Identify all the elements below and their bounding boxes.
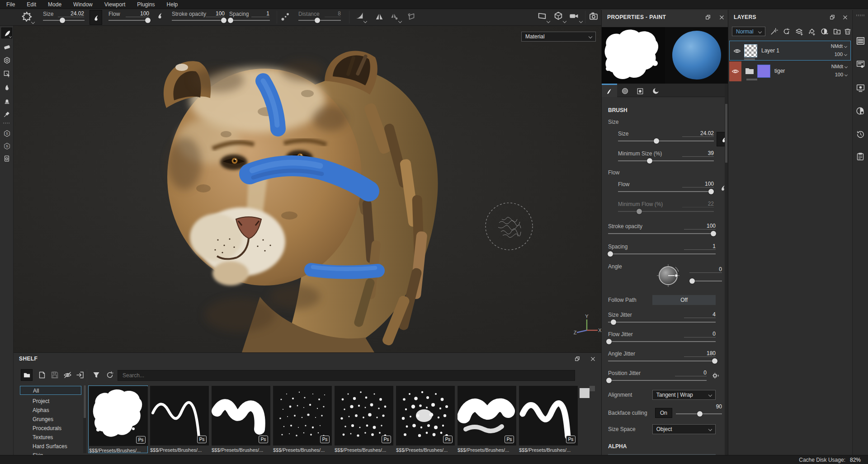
tab-brush[interactable]	[602, 85, 617, 97]
log-button[interactable]	[856, 152, 865, 162]
toolbar-distance-slider[interactable]	[298, 17, 341, 23]
resources-substance-button[interactable]: S	[1, 128, 12, 139]
history-button[interactable]	[856, 130, 865, 139]
brush-tile[interactable]: Ps $$$/Presets/Brushes/...	[150, 385, 209, 453]
spacing-value[interactable]: 1	[684, 243, 716, 250]
polygon-fill-tool-button[interactable]	[1, 68, 12, 79]
angle-dial[interactable]	[655, 262, 681, 290]
brush-preset-button[interactable]	[21, 11, 36, 24]
menu-edit[interactable]: Edit	[27, 1, 36, 8]
position-jitter-slider[interactable]	[608, 377, 707, 384]
layers-close-button[interactable]	[842, 14, 848, 20]
layer-opacity[interactable]: 100	[835, 72, 847, 77]
min-flow-slider[interactable]	[618, 208, 714, 215]
angle-slider[interactable]	[690, 278, 722, 284]
toolbar-flow-slider[interactable]	[108, 17, 150, 23]
alignment-select[interactable]: Tangent | Wrap	[652, 390, 716, 400]
clone-tool-button[interactable]	[1, 95, 12, 106]
layer-channels[interactable]: NMdt	[831, 64, 847, 69]
size-jitter-slider[interactable]	[608, 319, 716, 325]
add-effect-button[interactable]	[770, 27, 778, 36]
smart-material-button[interactable]	[782, 27, 791, 36]
flow-jitter-value[interactable]: 0	[684, 331, 716, 337]
layer-name[interactable]: tiger	[774, 68, 785, 74]
stroke-opacity-slider[interactable]	[608, 230, 716, 237]
follow-path-toggle[interactable]: Off	[652, 295, 716, 305]
category-hard-surfaces[interactable]: Hard Surfaces	[20, 442, 81, 451]
layer-thumbnail[interactable]	[757, 65, 770, 78]
material-sphere-preview[interactable]	[665, 27, 728, 84]
layer-opacity[interactable]: 100	[835, 52, 847, 57]
layer-row-tiger[interactable]: tiger NMdt 100	[729, 61, 851, 81]
min-flow-value[interactable]: 22	[682, 201, 714, 207]
tab-alpha[interactable]	[617, 85, 632, 97]
category-all[interactable]: All	[20, 386, 81, 395]
search-input[interactable]	[118, 370, 575, 381]
falloff-curve-button[interactable]	[354, 11, 368, 23]
resource-updater-button[interactable]	[1, 153, 12, 164]
brush-tile[interactable]: Ps $$$/Presets/Brushes/...	[334, 385, 394, 453]
viewport-display-button[interactable]	[537, 11, 551, 23]
layer-visibility-toggle[interactable]	[733, 48, 741, 54]
brush-stroke-preview[interactable]	[602, 27, 665, 84]
menu-plugins[interactable]: Plugins	[137, 1, 155, 8]
dock-grip[interactable]	[856, 14, 865, 16]
toolbar-size-slider[interactable]	[43, 17, 85, 23]
size-slider[interactable]	[618, 138, 714, 144]
tab-material[interactable]	[648, 85, 663, 97]
camera-view-button[interactable]	[569, 11, 583, 23]
menu-help[interactable]: Help	[167, 1, 178, 8]
layer-name[interactable]: Layer 1	[761, 47, 779, 54]
size-value[interactable]: 24.02	[682, 130, 714, 137]
toolbar-size-value[interactable]: 24.02	[58, 10, 84, 17]
menu-viewport[interactable]: Viewport	[104, 1, 125, 8]
lazy-mouse-button[interactable]	[407, 12, 418, 23]
symmetry-button[interactable]	[374, 12, 385, 23]
size-jitter-value[interactable]: 4	[684, 311, 716, 318]
menu-file[interactable]: File	[6, 1, 15, 8]
backface-toggle[interactable]: On	[655, 408, 672, 418]
layer-row-layer1[interactable]: Layer 1 NMdt 100	[729, 41, 851, 61]
brush-tile[interactable]: Ps $$$/Presets/Brushes/...	[88, 385, 148, 453]
position-jitter-settings-button[interactable]	[711, 371, 720, 380]
category-project[interactable]: Project	[20, 397, 81, 406]
brush-tile[interactable]: Ps $$$/Presets/Brushes/...	[457, 385, 517, 453]
brush-tile[interactable]: Ps $$$/Presets/Brushes/...	[273, 385, 332, 453]
layer-channels[interactable]: NMdt	[831, 43, 847, 49]
angle-jitter-slider[interactable]	[608, 358, 716, 364]
category-grunges[interactable]: Grunges	[20, 415, 81, 424]
size-pressure-toggle[interactable]	[90, 10, 102, 25]
flow-slider[interactable]	[618, 188, 714, 195]
shader-settings-button[interactable]	[856, 106, 865, 116]
angle-value[interactable]: 0	[689, 266, 722, 273]
size-space-select[interactable]: Object	[652, 424, 716, 434]
min-size-value[interactable]: 39	[682, 150, 714, 157]
flow-jitter-slider[interactable]	[608, 338, 716, 345]
category-textures[interactable]: Textures	[20, 433, 81, 442]
brush-tile[interactable]: Ps $$$/Presets/Brushes/...	[396, 385, 455, 453]
layer-visibility-toggle[interactable]	[729, 61, 741, 81]
filter-button[interactable]	[92, 371, 100, 379]
tab-stencil[interactable]	[632, 85, 648, 97]
save-resource-button[interactable]	[51, 371, 59, 379]
texture-set-list-button[interactable]	[856, 36, 865, 46]
snapshot-button[interactable]	[589, 11, 600, 23]
position-jitter-value[interactable]: 0	[675, 370, 707, 376]
display-settings-button[interactable]	[856, 83, 865, 93]
refresh-button[interactable]	[106, 371, 114, 379]
viewport-3d[interactable]: Material Y X Z	[14, 26, 601, 352]
paint-tool-button[interactable]	[1, 28, 12, 38]
smudge-tool-button[interactable]	[1, 82, 12, 93]
flow-pressure-toggle[interactable]	[156, 12, 166, 23]
layer-thumbnail[interactable]	[744, 44, 757, 57]
brush-tile[interactable]: Ps $$$/Presets/Brushes/...	[519, 385, 578, 453]
category-scrollbar[interactable]	[83, 385, 86, 453]
delete-layer-button[interactable]	[844, 27, 852, 35]
spacing-slider[interactable]	[608, 251, 716, 257]
layers-float-button[interactable]	[829, 14, 835, 20]
toolbar-spacing-slider[interactable]	[229, 17, 270, 23]
properties-scrollbar[interactable]	[725, 84, 728, 455]
add-fill-layer-button[interactable]	[807, 27, 816, 36]
material-picker-tool-button[interactable]	[1, 109, 12, 120]
geometry-view-button[interactable]	[553, 11, 567, 23]
